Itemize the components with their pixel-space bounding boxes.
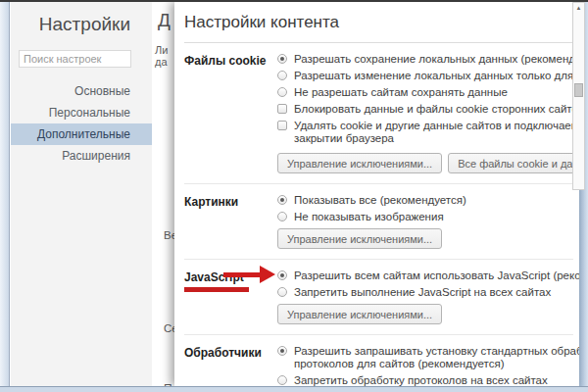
radio-icon[interactable]: [277, 212, 287, 221]
radio-option[interactable]: Разрешить всем сайтам использовать JavaS…: [277, 270, 573, 282]
handlers-options: Разрешить запрашивать установку стандарт…: [277, 345, 573, 386]
radio-icon[interactable]: [277, 270, 287, 280]
option-label: Показывать все (рекомендуется): [294, 194, 466, 206]
background-text-fragment: Д: [158, 10, 171, 31]
radio-icon[interactable]: [277, 71, 287, 80]
option-label: Разрешать сохранение локальных данных (р…: [294, 53, 579, 65]
checkbox-icon[interactable]: [277, 104, 287, 114]
section-handlers: Обработчики Разрешить запрашивать устано…: [184, 334, 573, 386]
radio-option[interactable]: Разрешать изменение локальных данных тол…: [277, 70, 573, 82]
page-title: Настройки: [11, 14, 130, 35]
dialog-title: Настройки контента: [184, 2, 573, 43]
section-cookies: Файлы cookie Разрешать сохранение локаль…: [184, 43, 573, 159]
javascript-options: Разрешить всем сайтам использовать JavaS…: [277, 270, 573, 324]
cookies-options: Разрешать сохранение локальных данных (р…: [277, 53, 573, 149]
radio-option[interactable]: Не показывать изображения: [277, 211, 573, 223]
dialog-scrollbar[interactable]: ▲: [572, 2, 585, 190]
radio-icon[interactable]: [277, 195, 287, 205]
radio-option[interactable]: Запретить обработку протоколов на всех с…: [277, 374, 573, 386]
annotation-underline: [184, 287, 249, 292]
sidebar-item-advanced[interactable]: Дополнительные: [11, 123, 152, 145]
option-label: Разрешить запрашивать установку стандарт…: [294, 345, 579, 357]
annotation-arrow-icon: [223, 266, 275, 283]
radio-icon[interactable]: [277, 346, 287, 356]
option-label: Блокировать данные и файлы cookie сторон…: [294, 103, 579, 115]
radio-icon[interactable]: [277, 87, 287, 97]
content-settings-dialog: Настройки контента Файлы cookie Разрешат…: [174, 2, 579, 386]
option-label: Разрешать изменение локальных данных тол…: [294, 70, 579, 81]
background-text-fragment: Ли: [155, 44, 168, 56]
javascript-buttons: Управление исключениями...: [277, 304, 573, 324]
images-buttons: Управление исключениями...: [277, 228, 573, 249]
option-label: Разрешить всем сайтам использовать JavaS…: [294, 270, 579, 281]
manage-exceptions-button[interactable]: Управление исключениями...: [277, 304, 442, 324]
radio-option[interactable]: Разрешить запрашивать установку стандарт…: [277, 345, 573, 370]
sidebar-item-personal[interactable]: Персональные: [11, 102, 152, 123]
checkbox-icon[interactable]: [277, 121, 287, 130]
window-top-border: [0, 0, 588, 2]
radio-option[interactable]: Запретить выполнение JavaScript на всех …: [277, 286, 573, 299]
images-options: Показывать все (рекомендуется) Не показы…: [277, 194, 573, 249]
background-page-sliver: Д Ли да Ве Се П: [152, 2, 174, 386]
option-label: Не показывать изображения: [294, 211, 444, 222]
option-label: Удалять cookie и другие данные сайтов и …: [294, 120, 579, 131]
background-text-fragment: да: [155, 56, 168, 68]
radio-icon[interactable]: [277, 287, 287, 297]
checkbox-option[interactable]: Блокировать данные и файлы cookie сторон…: [277, 103, 573, 116]
settings-sidebar: Настройки Основные Персональные Дополнит…: [11, 2, 152, 386]
radio-icon[interactable]: [277, 54, 287, 64]
radio-icon[interactable]: [277, 375, 287, 385]
option-label: закрытии браузера: [294, 132, 394, 144]
window-bottom-border: [0, 386, 588, 392]
section-label-images: Картинки: [184, 194, 277, 249]
section-label-handlers: Обработчики: [184, 345, 277, 386]
background-text-fragment: Ве: [164, 229, 174, 241]
option-label: Запретить обработку протоколов на всех с…: [294, 374, 548, 386]
radio-option[interactable]: Разрешать сохранение локальных данных (р…: [277, 53, 573, 66]
option-label: Не разрешать сайтам сохранять данные: [294, 86, 508, 98]
checkbox-option[interactable]: Удалять cookie и другие данные сайтов и …: [277, 120, 573, 145]
radio-option[interactable]: Показывать все (рекомендуется): [277, 194, 573, 207]
radio-option[interactable]: Не разрешать сайтам сохранять данные: [277, 86, 573, 99]
sidebar-item-extensions[interactable]: Расширения: [11, 145, 152, 167]
sidebar-item-basics[interactable]: Основные: [11, 80, 152, 102]
section-javascript: JavaScript Разрешить всем сайтам использ…: [184, 259, 573, 334]
window-left-frame: [0, 0, 10, 392]
option-label: Запретить выполнение JavaScript на всех …: [294, 286, 551, 298]
section-label-cookies: Файлы cookie: [184, 53, 277, 149]
section-images: Картинки Показывать все (рекомендуется) …: [184, 183, 573, 259]
manage-exceptions-button[interactable]: Управление исключениями...: [277, 228, 442, 249]
search-input[interactable]: [19, 50, 131, 68]
background-text-fragment: Се: [164, 322, 174, 334]
sidebar-nav: Основные Персональные Дополнительные Рас…: [11, 80, 152, 167]
option-label: протоколов для сайтов (рекомендуется): [294, 358, 505, 369]
scrollbar-thumb[interactable]: [574, 83, 583, 97]
scrollbar-up-icon[interactable]: ▲: [573, 3, 584, 13]
